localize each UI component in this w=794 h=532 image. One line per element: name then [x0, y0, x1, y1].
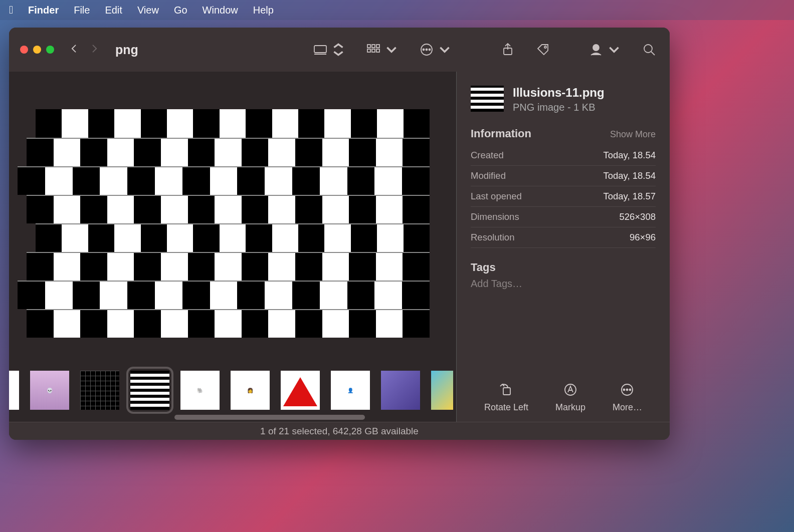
svg-line-16 [651, 52, 655, 55]
horizontal-scrollbar[interactable] [174, 415, 365, 420]
menu-file[interactable]: File [74, 5, 90, 16]
thumb-illusion-elephant[interactable]: 🐘 [180, 371, 220, 410]
menu-go[interactable]: Go [174, 5, 187, 16]
svg-point-20 [624, 389, 625, 391]
show-more-button[interactable]: Show More [610, 129, 656, 140]
menu-edit[interactable]: Edit [105, 5, 122, 16]
tag-button[interactable] [533, 40, 552, 59]
svg-point-9 [423, 49, 425, 51]
thumb-illusion-grid[interactable] [80, 371, 119, 410]
info-section-title: Information [471, 127, 531, 140]
label-created: Created [471, 150, 504, 161]
markup-button[interactable]: Markup [555, 382, 585, 413]
value-last-opened: Today, 18.57 [603, 191, 656, 202]
thumb-illusion-skull[interactable]: 💀 [30, 371, 69, 410]
more-label: More… [613, 402, 642, 413]
label-last-opened: Last opened [471, 191, 522, 202]
svg-rect-3 [372, 45, 375, 48]
svg-rect-6 [372, 49, 375, 52]
thumb-illusion-text[interactable] [9, 371, 19, 410]
svg-point-11 [429, 49, 431, 51]
svg-point-22 [630, 389, 631, 391]
value-resolution: 96×96 [630, 232, 656, 243]
svg-point-15 [644, 45, 652, 53]
svg-rect-4 [376, 45, 379, 48]
svg-rect-0 [314, 46, 326, 53]
svg-rect-17 [503, 388, 510, 395]
thumb-illusion-faces[interactable]: 👩 [231, 371, 270, 410]
main-pane: 💀 🐘 👩 👤 [9, 72, 456, 422]
label-dimensions: Dimensions [471, 211, 519, 222]
status-bar: 1 of 21 selected, 642,28 GB available [9, 422, 670, 440]
share-button[interactable] [498, 40, 517, 59]
minimize-button[interactable] [33, 46, 41, 54]
svg-rect-2 [367, 45, 370, 48]
file-name: Illusions-11.png [513, 86, 605, 100]
toolbar: png [9, 28, 670, 72]
window-title: png [115, 43, 138, 57]
finder-window: png [9, 28, 670, 440]
info-sidebar: Illusions-11.png PNG image - 1 KB Inform… [456, 72, 670, 422]
menu-window[interactable]: Window [203, 5, 238, 16]
menu-help[interactable]: Help [253, 5, 274, 16]
view-mode-button[interactable] [311, 40, 348, 59]
value-created: Today, 18.54 [603, 150, 656, 161]
svg-point-14 [593, 45, 599, 51]
close-button[interactable] [20, 46, 28, 54]
preview-area [9, 72, 456, 359]
menu-view[interactable]: View [137, 5, 159, 16]
file-type-size: PNG image - 1 KB [513, 102, 605, 113]
svg-rect-5 [367, 49, 370, 52]
value-modified: Today, 18.54 [603, 170, 656, 181]
thumb-illusion-silhouette[interactable]: 👤 [331, 371, 370, 410]
thumb-illusion-triangle[interactable] [281, 371, 320, 410]
tags-input[interactable]: Add Tags… [471, 278, 656, 290]
rotate-left-button[interactable]: Rotate Left [484, 382, 528, 413]
app-name[interactable]: Finder [28, 5, 59, 16]
tags-heading: Tags [471, 261, 656, 274]
back-button[interactable] [69, 42, 79, 58]
group-button[interactable] [364, 40, 401, 59]
label-modified: Modified [471, 170, 506, 181]
value-dimensions: 526×308 [619, 211, 656, 222]
thumb-illusion-necker[interactable] [431, 371, 453, 410]
svg-point-10 [426, 49, 428, 51]
svg-point-21 [627, 389, 628, 391]
forward-button[interactable] [89, 42, 99, 58]
apple-icon[interactable]:  [9, 4, 13, 17]
svg-rect-7 [376, 49, 379, 52]
menubar:  Finder File Edit View Go Window Help [0, 0, 794, 20]
info-thumbnail [471, 86, 504, 112]
preview-image[interactable] [36, 109, 430, 338]
zoom-button[interactable] [46, 46, 54, 54]
nav-buttons [69, 42, 99, 58]
search-button[interactable] [640, 40, 659, 59]
thumbnail-strip: 💀 🐘 👩 👤 [9, 359, 456, 422]
rotate-left-label: Rotate Left [484, 402, 528, 413]
action-menu-button[interactable] [417, 40, 454, 59]
more-button[interactable]: More… [613, 382, 642, 413]
svg-point-13 [544, 46, 546, 48]
markup-label: Markup [555, 402, 585, 413]
thumb-illusion-cafe-wall[interactable] [130, 371, 169, 410]
user-button[interactable] [586, 40, 624, 59]
thumb-illusion-cube[interactable] [381, 371, 420, 410]
window-controls [20, 46, 54, 54]
label-resolution: Resolution [471, 232, 514, 243]
